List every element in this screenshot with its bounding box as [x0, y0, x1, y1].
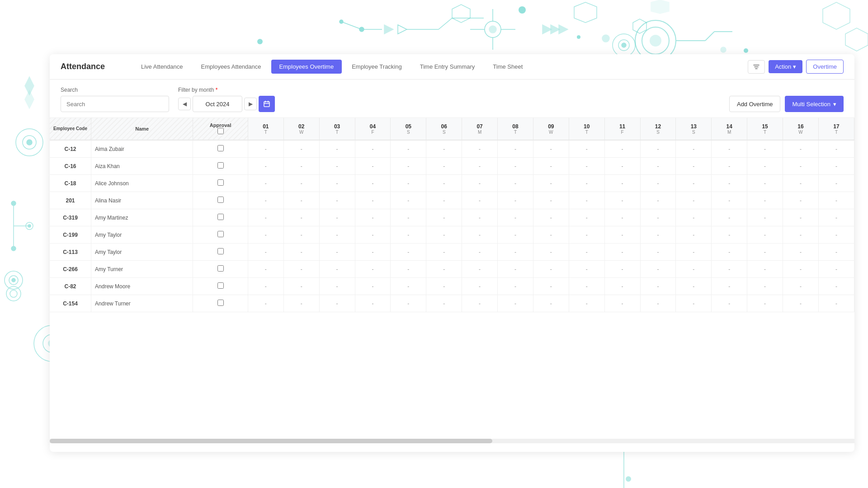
cell-day: -: [569, 244, 604, 261]
tab-employee-tracking[interactable]: Employee Tracking: [344, 60, 410, 74]
attendance-table: Employee Code Name Approval 01: [50, 118, 854, 312]
svg-point-47: [9, 276, 18, 285]
cell-day: -: [676, 140, 712, 158]
cell-day: -: [498, 278, 533, 295]
approval-checkbox[interactable]: [217, 300, 224, 306]
approval-checkbox[interactable]: [217, 282, 224, 289]
cell-day: -: [818, 278, 854, 295]
svg-point-80: [577, 35, 580, 39]
th-day-13: 13 S: [676, 118, 712, 140]
cell-day: -: [248, 278, 283, 295]
cell-day: -: [747, 192, 783, 209]
approval-checkbox[interactable]: [217, 265, 224, 272]
approval-checkbox[interactable]: [217, 248, 224, 254]
approval-checkbox[interactable]: [217, 214, 224, 220]
action-button[interactable]: Action ▾: [769, 60, 802, 73]
tab-time-sheet[interactable]: Time Sheet: [485, 60, 531, 74]
tab-employees-overtime[interactable]: Employees Overtime: [271, 60, 342, 74]
approval-checkbox[interactable]: [217, 162, 224, 169]
search-label: Search: [61, 87, 169, 93]
cell-day: -: [283, 295, 319, 312]
cell-day: -: [640, 158, 676, 175]
cell-day: -: [498, 175, 533, 192]
add-overtime-button[interactable]: Add Overtime: [729, 96, 780, 112]
cell-day: -: [319, 278, 355, 295]
filter-button[interactable]: [748, 60, 765, 74]
cell-day: -: [676, 295, 712, 312]
required-star: *: [216, 87, 218, 93]
svg-point-35: [16, 129, 43, 156]
cell-day: -: [391, 192, 426, 209]
cell-approval[interactable]: [193, 278, 248, 295]
cell-approval[interactable]: [193, 209, 248, 226]
cell-day: -: [533, 209, 569, 226]
table-row: C-266Amy Turner-----------------: [50, 261, 854, 278]
cell-day: -: [676, 175, 712, 192]
cell-approval[interactable]: [193, 140, 248, 158]
table-row: C-199Amy Taylor-----------------: [50, 226, 854, 244]
toolbar: Search Filter by month * ◀ ▶: [50, 80, 854, 118]
cell-day: -: [283, 209, 319, 226]
cell-employee-name: Alice Johnson: [91, 175, 193, 192]
scrollbar-thumb[interactable]: [50, 439, 492, 443]
cell-day: -: [426, 278, 462, 295]
table-row: C-113Amy Taylor-----------------: [50, 244, 854, 261]
svg-marker-22: [542, 25, 552, 34]
calendar-button[interactable]: [259, 96, 275, 112]
cell-day: -: [676, 278, 712, 295]
cell-approval[interactable]: [193, 244, 248, 261]
approval-select-all[interactable]: [217, 128, 224, 134]
table-container[interactable]: Employee Code Name Approval 01: [50, 118, 854, 439]
tab-live-attendance[interactable]: Live Attendance: [133, 60, 191, 74]
cell-day: -: [248, 158, 283, 175]
cell-approval[interactable]: [193, 175, 248, 192]
th-day-03: 03 T: [319, 118, 355, 140]
search-input[interactable]: [61, 96, 169, 112]
cell-day: -: [248, 295, 283, 312]
tab-employees-attendance[interactable]: Employees Attendance: [193, 60, 269, 74]
cell-approval[interactable]: [193, 295, 248, 312]
approval-checkbox[interactable]: [217, 145, 224, 151]
cell-day: -: [783, 226, 819, 244]
th-day-10: 10 T: [569, 118, 604, 140]
month-prev-button[interactable]: ◀: [178, 98, 191, 110]
cell-day: -: [248, 192, 283, 209]
overtime-nav-button[interactable]: Overtime: [806, 60, 844, 74]
cell-day: -: [747, 244, 783, 261]
month-next-button[interactable]: ▶: [244, 98, 257, 110]
cell-day: -: [604, 278, 640, 295]
cell-day: -: [426, 140, 462, 158]
svg-point-20: [618, 40, 629, 51]
cell-day: -: [533, 140, 569, 158]
cell-day: -: [426, 261, 462, 278]
cell-day: -: [783, 244, 819, 261]
cell-approval[interactable]: [193, 226, 248, 244]
cell-day: -: [818, 226, 854, 244]
cell-day: -: [248, 261, 283, 278]
cell-approval[interactable]: [193, 158, 248, 175]
cell-employee-name: Amy Taylor: [91, 226, 193, 244]
cell-employee-code: C-12: [50, 140, 91, 158]
cell-day: -: [283, 261, 319, 278]
approval-checkbox[interactable]: [217, 231, 224, 237]
cell-employee-code: C-113: [50, 244, 91, 261]
svg-marker-17: [633, 19, 646, 33]
th-day-01: 01 T: [248, 118, 283, 140]
cell-approval[interactable]: [193, 192, 248, 209]
month-input[interactable]: [193, 96, 242, 112]
cell-day: -: [248, 226, 283, 244]
multi-selection-button[interactable]: Multi Selection ▾: [785, 96, 844, 112]
cell-approval[interactable]: [193, 261, 248, 278]
cell-day: -: [712, 192, 747, 209]
cell-day: -: [604, 175, 640, 192]
approval-checkbox[interactable]: [217, 197, 224, 203]
cell-day: -: [319, 261, 355, 278]
cell-day: -: [712, 261, 747, 278]
tab-time-entry-summary[interactable]: Time Entry Summary: [412, 60, 483, 74]
main-container: Attendance Live Attendance Employees Att…: [50, 54, 854, 452]
cell-day: -: [319, 175, 355, 192]
scrollbar-track[interactable]: [50, 439, 854, 443]
th-day-08: 08 T: [498, 118, 533, 140]
cell-day: -: [818, 175, 854, 192]
approval-checkbox[interactable]: [217, 179, 224, 186]
